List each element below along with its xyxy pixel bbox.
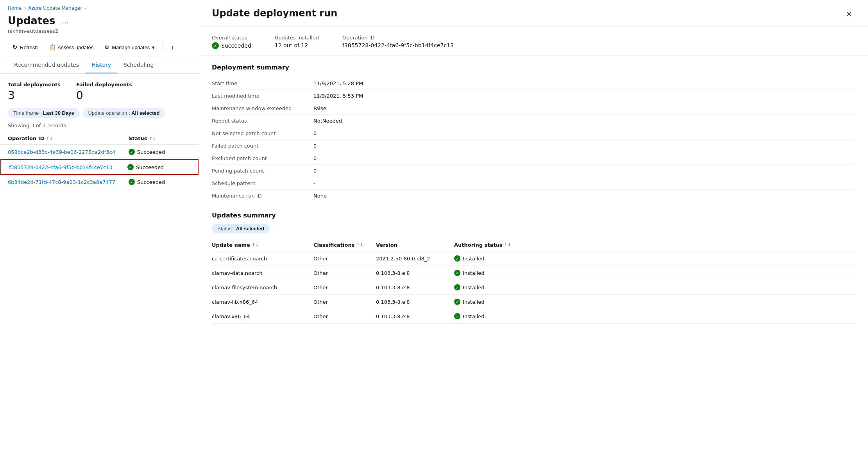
manage-updates-button[interactable]: ⚙ Manage updates ▾: [100, 42, 159, 53]
toolbar-divider: [163, 43, 163, 52]
authoring-status-icon-0: [454, 255, 460, 262]
assess-updates-label: Assess updates: [58, 45, 94, 50]
tab-recommended-updates[interactable]: Recommended updates: [8, 57, 85, 73]
summary-val-6: 0: [313, 152, 855, 165]
updates-table-row[interactable]: clamav-filesystem.noarch Other 0.103.3-8…: [212, 280, 855, 295]
breadcrumb-home[interactable]: Home: [8, 5, 21, 11]
summary-key-4: Not selected patch count: [212, 127, 313, 140]
table-row[interactable]: 6b34de2d-71fd-47c8-9a23-1c2c3a8a7477 Suc…: [0, 175, 199, 189]
assess-icon: 📋: [49, 44, 55, 50]
updates-table-row[interactable]: clamav.x86_64 Other 0.103.3-8.el8 Instal…: [212, 309, 855, 324]
toolbar: ↻ Refresh 📋 Assess updates ⚙ Manage upda…: [0, 38, 199, 57]
summary-val-5: 0: [313, 140, 855, 152]
panel-title: Update deployment run: [212, 8, 337, 19]
update-version-1: 0.103.3-8.el8: [376, 270, 454, 276]
update-authoring-1: Installed: [454, 270, 524, 276]
update-class-2: Other: [313, 285, 376, 290]
update-version-0: 2021.2.50-80.0.el8_2: [376, 256, 454, 262]
sort-status-icon: ↑↓: [149, 136, 156, 141]
operation-filter[interactable]: Update operation : All selected: [83, 108, 165, 118]
updates-table-header: Update name ↑↓ Classifications ↑↓ Versio…: [212, 239, 855, 251]
col-header-operation-id[interactable]: Operation ID ↑↓: [8, 135, 129, 141]
updates-summary-title: Updates summary: [212, 212, 855, 219]
chevron-down-icon: ▾: [152, 45, 155, 50]
table-header: Operation ID ↑↓ Status ↑↓: [0, 132, 199, 145]
timeframe-filter[interactable]: Time frame : Last 30 Days: [8, 108, 80, 118]
updates-col-update-name[interactable]: Update name ↑↓: [212, 242, 313, 248]
updates-installed-label: Updates installed: [275, 35, 319, 41]
row-operation-id-3[interactable]: 6b34de2d-71fd-47c8-9a23-1c2c3a8a7477: [8, 179, 129, 185]
summary-val-7: 0: [313, 165, 855, 177]
overall-status-value: Succeeded: [212, 42, 251, 49]
tab-scheduling[interactable]: Scheduling: [117, 57, 160, 73]
timeframe-filter-label: Time frame: [13, 110, 39, 116]
updates-col-authoring-status[interactable]: Authoring status ↑↓: [454, 242, 524, 248]
summary-val-9: None: [313, 190, 855, 202]
updates-table-row[interactable]: clamav-data.noarch Other 0.103.3-8.el8 I…: [212, 266, 855, 280]
page-title: Updates: [8, 15, 55, 27]
authoring-status-icon-4: [454, 313, 460, 319]
timeframe-filter-value: Last 30 Days: [43, 110, 74, 116]
summary-key-7: Pending patch count: [212, 165, 313, 177]
summary-key-0: Start time: [212, 77, 313, 90]
updates-col-version[interactable]: Version: [376, 242, 454, 248]
operation-id-block: Operation ID f3855728-0422-4fa6-9f5c-bb1…: [342, 35, 454, 49]
tab-history[interactable]: History: [85, 57, 117, 73]
status-icon-2: [127, 164, 134, 170]
update-authoring-4: Installed: [454, 313, 524, 319]
refresh-button[interactable]: ↻ Refresh: [8, 41, 43, 53]
authoring-status-icon-3: [454, 299, 460, 305]
row-operation-id-1[interactable]: 058bce2b-d33c-4a39-be06-2275da2df3c4: [8, 149, 129, 155]
updates-installed-block: Updates installed 12 out of 12: [275, 35, 319, 49]
breadcrumb: Home › Azure Update Manager ›: [0, 0, 199, 13]
summary-key-5: Failed patch count: [212, 140, 313, 152]
total-deployments-block: Total deployments 3: [8, 82, 61, 102]
updates-table-row[interactable]: clamav-lib.x86_64 Other 0.103.3-8.el8 In…: [212, 295, 855, 309]
update-authoring-3: Installed: [454, 299, 524, 305]
update-name-4: clamav.x86_64: [212, 313, 313, 319]
upload-button[interactable]: ↑: [166, 41, 179, 53]
left-panel: Home › Azure Update Manager › Updates ..…: [0, 0, 199, 472]
updates-table-row[interactable]: ca-certificates.noarch Other 2021.2.50-8…: [212, 251, 855, 266]
summary-val-0: 11/9/2021, 5:28 PM: [313, 77, 855, 90]
col-header-status[interactable]: Status ↑↓: [129, 135, 191, 141]
table-row[interactable]: 058bce2b-d33c-4a39-be06-2275da2df3c4 Suc…: [0, 145, 199, 159]
updates-installed-value: 12 out of 12: [275, 42, 319, 48]
page-title-row: Updates ...: [0, 13, 199, 27]
update-authoring-0: Installed: [454, 255, 524, 262]
refresh-icon: ↻: [13, 44, 18, 51]
page-subtitle: nikhim-autoassess2: [0, 27, 199, 38]
panel-top-meta: Overall status Succeeded Updates install…: [199, 27, 868, 56]
summary-key-6: Excluded patch count: [212, 152, 313, 165]
sort-operation-id-icon: ↑↓: [46, 136, 53, 141]
update-class-0: Other: [313, 256, 376, 262]
overall-status-icon: [212, 42, 219, 49]
table-row[interactable]: f3855728-0422-4fa6-9f5c-bb14f4ce7c13 Suc…: [0, 159, 199, 175]
summary-val-1: 11/9/2021, 5:53 PM: [313, 90, 855, 102]
update-name-3: clamav-lib.x86_64: [212, 299, 313, 305]
update-version-3: 0.103.3-8.el8: [376, 299, 454, 305]
authoring-status-icon-2: [454, 284, 460, 290]
filter-row: Time frame : Last 30 Days Update operati…: [0, 108, 199, 123]
row-status-2: Succeeded: [127, 164, 190, 170]
close-button[interactable]: ✕: [843, 8, 855, 20]
assess-updates-button[interactable]: 📋 Assess updates: [44, 42, 98, 53]
stats-row: Total deployments 3 Failed deployments 0: [0, 74, 199, 108]
total-deployments-value: 3: [8, 89, 61, 102]
updates-col-classifications[interactable]: Classifications ↑↓: [313, 242, 376, 248]
breadcrumb-azure-update-manager[interactable]: Azure Update Manager: [28, 5, 82, 11]
page-title-menu[interactable]: ...: [59, 15, 71, 26]
status-icon-3: [129, 179, 135, 185]
summary-key-3: Reboot status: [212, 115, 313, 127]
upload-icon: ↑: [171, 44, 174, 51]
showing-text: Showing 3 of 3 records: [0, 123, 199, 132]
summary-val-3: NotNeeded: [313, 115, 855, 127]
update-authoring-2: Installed: [454, 284, 524, 290]
operation-filter-value: All selected: [131, 110, 159, 116]
updates-status-filter-value: All selected: [236, 226, 264, 232]
summary-val-2: False: [313, 102, 855, 115]
updates-status-filter[interactable]: Status : All selected: [212, 224, 270, 233]
update-class-1: Other: [313, 270, 376, 276]
update-class-3: Other: [313, 299, 376, 305]
row-operation-id-2[interactable]: f3855728-0422-4fa6-9f5c-bb14f4ce7c13: [9, 164, 127, 170]
